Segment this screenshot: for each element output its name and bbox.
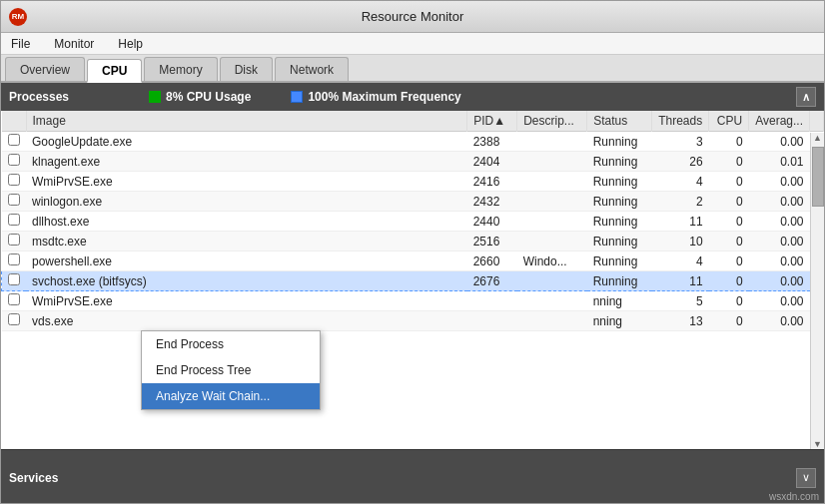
- table-row[interactable]: svchost.exe (bitfsycs) 2676 Running 11 0…: [2, 271, 824, 291]
- menu-help[interactable]: Help: [114, 35, 147, 53]
- row-desc: Windo...: [517, 252, 587, 271]
- row-pid: 2404: [467, 152, 517, 172]
- row-image: klnagent.exe: [26, 152, 467, 172]
- scroll-up-arrow[interactable]: ▲: [813, 133, 822, 143]
- row-checkbox[interactable]: [2, 311, 27, 331]
- row-checkbox[interactable]: [2, 192, 27, 212]
- row-image: dllhost.exe: [26, 212, 467, 232]
- row-checkbox[interactable]: [2, 172, 27, 192]
- tab-overview[interactable]: Overview: [5, 57, 85, 81]
- row-status: nning: [587, 291, 652, 311]
- scroll-down-arrow[interactable]: ▼: [813, 439, 822, 449]
- table-row[interactable]: msdtc.exe 2516 Running 10 0 0.00: [2, 232, 824, 252]
- row-avg: 0.00: [749, 271, 810, 291]
- row-pid: 2660: [467, 252, 517, 271]
- row-avg: 0.00: [749, 212, 810, 232]
- col-threads[interactable]: Threads: [652, 111, 709, 132]
- row-desc: [517, 192, 587, 212]
- table-row[interactable]: dllhost.exe 2440 Running 11 0 0.00: [2, 212, 824, 232]
- table-row[interactable]: klnagent.exe 2404 Running 26 0 0.01: [2, 152, 824, 172]
- table-row[interactable]: WmiPrvSE.exe nning 5 0 0.00: [2, 291, 824, 311]
- context-menu-item-end-process[interactable]: End Process: [142, 331, 320, 357]
- row-cpu: 0: [709, 271, 749, 291]
- row-threads: 2: [652, 192, 709, 212]
- title-bar: RM Resource Monitor: [1, 1, 824, 33]
- row-image: GoogleUpdate.exe: [26, 132, 467, 152]
- row-status: Running: [587, 212, 652, 232]
- row-cpu: 0: [709, 311, 749, 331]
- table-row[interactable]: WmiPrvSE.exe 2416 Running 4 0 0.00: [2, 172, 824, 192]
- processes-collapse-btn[interactable]: ∧: [796, 87, 816, 107]
- row-checkbox[interactable]: [2, 132, 27, 152]
- row-threads: 11: [652, 212, 709, 232]
- row-threads: 5: [652, 291, 709, 311]
- col-status[interactable]: Status: [587, 111, 652, 132]
- row-checkbox[interactable]: [2, 291, 27, 311]
- processes-section-header: Processes 8% CPU Usage 100% Maximum Freq…: [1, 83, 824, 111]
- row-avg: 0.00: [749, 192, 810, 212]
- col-desc[interactable]: Descrip...: [517, 111, 587, 132]
- row-cpu: 0: [709, 132, 749, 152]
- row-desc: [517, 172, 587, 192]
- row-threads: 4: [652, 252, 709, 271]
- row-desc: [517, 291, 587, 311]
- context-menu-item-analyze[interactable]: Analyze Wait Chain...: [142, 383, 320, 409]
- row-cpu: 0: [709, 291, 749, 311]
- row-checkbox[interactable]: [2, 271, 27, 291]
- row-image: vds.exe: [26, 311, 467, 331]
- row-avg: 0.00: [749, 311, 810, 331]
- col-pid[interactable]: PID▲: [467, 111, 517, 132]
- row-status: Running: [587, 232, 652, 252]
- row-image: winlogon.exe: [26, 192, 467, 212]
- row-checkbox[interactable]: [2, 212, 27, 232]
- row-image: svchost.exe (bitfsycs): [26, 271, 467, 291]
- row-pid: [467, 311, 517, 331]
- table-container: Image PID▲ Descrip... Status Threads CPU…: [1, 111, 824, 449]
- row-desc: [517, 232, 587, 252]
- scrollbar[interactable]: ▲ ▼: [810, 133, 824, 449]
- row-checkbox[interactable]: [2, 232, 27, 252]
- row-status: Running: [587, 172, 652, 192]
- table-row[interactable]: winlogon.exe 2432 Running 2 0 0.00: [2, 192, 824, 212]
- row-avg: 0.01: [749, 152, 810, 172]
- row-pid: 2432: [467, 192, 517, 212]
- row-cpu: 0: [709, 252, 749, 271]
- row-desc: [517, 132, 587, 152]
- row-pid: 2388: [467, 132, 517, 152]
- scrollbar-thumb[interactable]: [812, 147, 824, 207]
- row-threads: 13: [652, 311, 709, 331]
- row-cpu: 0: [709, 192, 749, 212]
- tab-network[interactable]: Network: [275, 57, 349, 81]
- col-avg[interactable]: Averag...: [749, 111, 810, 132]
- row-threads: 26: [652, 152, 709, 172]
- row-pid: [467, 291, 517, 311]
- table-row[interactable]: GoogleUpdate.exe 2388 Running 3 0 0.00: [2, 132, 824, 152]
- freq-label: 100% Maximum Frequency: [308, 90, 460, 104]
- row-checkbox[interactable]: [2, 152, 27, 172]
- row-status: Running: [587, 271, 652, 291]
- row-status: Running: [587, 192, 652, 212]
- col-image[interactable]: Image: [26, 111, 467, 132]
- row-threads: 10: [652, 232, 709, 252]
- row-image: WmiPrvSE.exe: [26, 172, 467, 192]
- menu-file[interactable]: File: [7, 35, 34, 53]
- row-desc: [517, 212, 587, 232]
- context-menu-item-end-tree[interactable]: End Process Tree: [142, 357, 320, 383]
- tab-cpu[interactable]: CPU: [87, 59, 142, 83]
- tab-disk[interactable]: Disk: [220, 57, 273, 81]
- tab-memory[interactable]: Memory: [144, 57, 217, 81]
- cpu-usage-box: [149, 91, 161, 103]
- row-checkbox[interactable]: [2, 252, 27, 271]
- services-collapse-btn[interactable]: ∨: [796, 468, 816, 488]
- row-image: msdtc.exe: [26, 232, 467, 252]
- col-cpu[interactable]: CPU: [709, 111, 749, 132]
- menu-monitor[interactable]: Monitor: [50, 35, 98, 53]
- menu-bar: File Monitor Help: [1, 33, 824, 55]
- table-row[interactable]: vds.exe nning 13 0 0.00: [2, 311, 824, 331]
- cpu-usage-label: 8% CPU Usage: [166, 90, 251, 104]
- table-row[interactable]: powershell.exe 2660 Windo... Running 4 0…: [2, 252, 824, 271]
- context-menu: End Process End Process Tree Analyze Wai…: [141, 330, 321, 410]
- row-status: Running: [587, 252, 652, 271]
- services-section-header: Services ∨: [1, 449, 824, 504]
- watermark: wsxdn.com: [769, 491, 819, 502]
